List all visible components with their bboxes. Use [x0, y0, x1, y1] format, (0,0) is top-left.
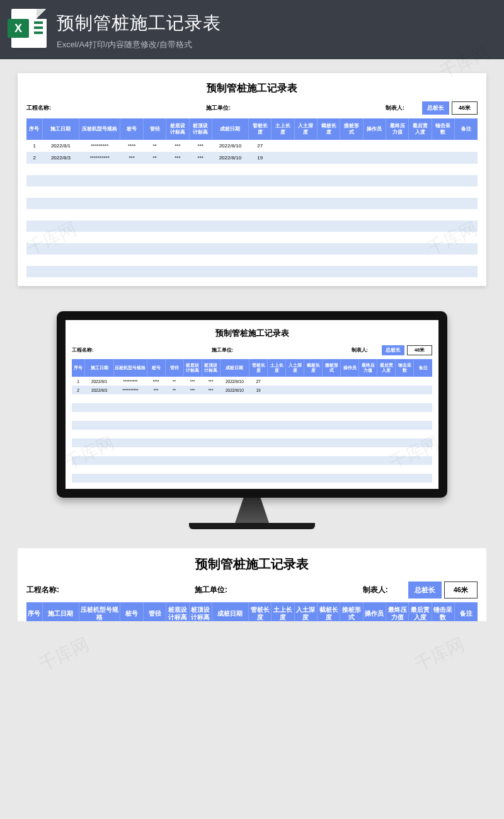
table-cell	[396, 456, 414, 465]
table-cell	[183, 412, 202, 421]
watermark: 千库网	[411, 633, 469, 677]
column-header: 桩顶设计标高	[189, 118, 212, 140]
column-header: 入土深度	[294, 118, 317, 140]
table-cell	[409, 209, 432, 220]
table-cell	[79, 243, 120, 255]
table-cell: ***	[166, 140, 189, 152]
table-cell	[249, 255, 272, 266]
table-cell	[212, 209, 248, 220]
table-cell	[396, 421, 414, 430]
table-cell	[341, 386, 359, 394]
table-cell	[286, 403, 304, 412]
table-cell	[166, 220, 189, 232]
table-cell	[396, 474, 414, 483]
template-preview-cropped: 预制管桩施工记录表 工程名称: 施工单位: 制表人: 总桩长 46米 序号施工日…	[18, 548, 486, 621]
table-cell	[79, 220, 120, 232]
table-cell	[323, 421, 341, 430]
table-cell	[304, 386, 323, 394]
table-cell	[249, 209, 272, 220]
table-cell	[143, 220, 166, 232]
table-cell	[304, 377, 323, 386]
table-cell	[286, 386, 304, 394]
table-cell: ***	[120, 152, 143, 164]
table-cell: ***	[183, 386, 202, 394]
table-cell	[414, 377, 432, 386]
table-cell	[323, 465, 341, 474]
table-cell	[396, 465, 414, 474]
table-cell	[294, 186, 317, 198]
table-cell	[202, 447, 220, 456]
table-cell	[455, 164, 478, 175]
table-cell: 2022/8/10	[212, 140, 248, 152]
table-cell	[363, 266, 386, 277]
table-cell	[272, 186, 294, 198]
table-cell	[202, 456, 220, 465]
column-header: 入土深度	[286, 359, 304, 377]
table-cell	[386, 198, 409, 209]
table-row: 12022/8/1*********************2022/8/102…	[26, 140, 478, 152]
table-cell	[318, 152, 340, 164]
table-cell: **	[143, 152, 166, 164]
table-cell	[249, 394, 268, 403]
table-cell	[189, 243, 212, 255]
table-cell	[341, 403, 359, 412]
column-header: 成桩日期	[212, 118, 248, 140]
table-row	[72, 474, 432, 483]
table-cell	[72, 465, 84, 474]
table-cell	[79, 266, 120, 277]
table-cell	[202, 430, 220, 438]
table-cell	[341, 377, 359, 386]
table-cell	[304, 403, 323, 412]
table-cell	[396, 412, 414, 421]
table-cell	[386, 186, 409, 198]
sheet-meta-row: 工程名称: 施工单位: 制表人: 总桩长 46米	[26, 581, 478, 598]
table-cell	[26, 198, 42, 209]
table-cell	[220, 438, 249, 447]
column-header: 桩顶设计标高	[189, 602, 212, 621]
table-cell	[414, 430, 432, 438]
table-cell	[189, 198, 212, 209]
table-cell	[359, 394, 377, 403]
column-header: 序号	[26, 602, 42, 621]
table-cell	[268, 447, 286, 456]
table-cell	[323, 474, 341, 483]
table-cell	[147, 394, 165, 403]
table-cell	[84, 447, 113, 456]
table-cell	[386, 232, 409, 243]
table-cell	[268, 421, 286, 430]
table-cell	[183, 430, 202, 438]
column-header: 操作员	[363, 602, 386, 621]
column-header: 施工日期	[84, 359, 113, 377]
table-cell	[386, 140, 409, 152]
table-cell	[455, 152, 478, 164]
table-cell	[72, 412, 84, 421]
table-cell	[304, 456, 323, 465]
table-cell	[414, 465, 432, 474]
table-row	[72, 394, 432, 403]
table-cell	[147, 456, 165, 465]
table-cell	[377, 465, 396, 474]
table-cell: 2022/8/1	[84, 377, 113, 386]
table-row: 22022/8/3*********************2022/8/101…	[26, 152, 478, 164]
table-cell	[268, 403, 286, 412]
table-cell	[341, 421, 359, 430]
table-row	[26, 220, 478, 232]
table-cell	[363, 243, 386, 255]
table-row	[26, 255, 478, 266]
table-cell	[304, 474, 323, 483]
construction-unit-label: 施工单位:	[206, 104, 231, 112]
table-cell	[386, 152, 409, 164]
table-cell	[114, 465, 147, 474]
table-cell	[396, 377, 414, 386]
table-cell	[359, 377, 377, 386]
construction-unit-label: 施工单位:	[212, 347, 234, 353]
table-cell	[202, 438, 220, 447]
table-cell: ***	[189, 140, 212, 152]
table-cell	[220, 430, 249, 438]
table-cell	[183, 456, 202, 465]
table-cell	[220, 465, 249, 474]
table-cell	[114, 447, 147, 456]
table-cell	[42, 220, 79, 232]
table-cell: ***	[183, 377, 202, 386]
table-cell	[414, 412, 432, 421]
